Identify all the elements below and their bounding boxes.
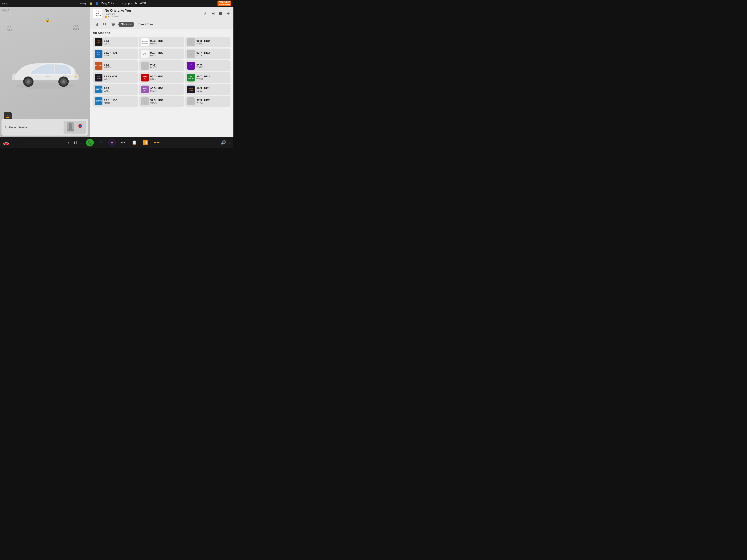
svg-point-22 [103, 23, 106, 25]
station-freq-wzbq: 94.1 [104, 63, 136, 66]
station-item-magic-hd3[interactable]: K·LOVE 96.5 · HD3 Magic [93, 96, 138, 107]
station-item-magic-hd1[interactable]: MAGIC 96.5 96.5 · HD1 Magic [139, 84, 184, 95]
station-call-wpya2: WPYA [197, 102, 229, 104]
station-item-magic-hd2[interactable]: 104.1 BEAT 96.5 · HD2 Magic [185, 84, 230, 95]
svg-point-15 [69, 123, 72, 126]
station-call-magic2: Magic [197, 90, 229, 92]
music-note-icon-2: ♪ [190, 52, 192, 56]
gear-left-indicator: RND [2, 8, 9, 12]
station-item-wbhj-hd3[interactable]: 610 WAGG 95.7 · HD3 WBHJ [185, 72, 230, 83]
shuffle-button[interactable]: ✕ [97, 139, 105, 146]
notes-button[interactable]: 📋 [130, 139, 138, 146]
person-icon: 👤 [96, 2, 98, 5]
volume-button[interactable]: 🔊 [220, 139, 227, 146]
next-track-button[interactable]: ⏭ [226, 11, 230, 16]
tab-direct-tune[interactable]: Direct Tune [136, 22, 156, 27]
radio-nav: Stations Direct Tune [90, 20, 233, 29]
stations-panel[interactable]: All Stations Elijah RADIO 88.1 WSJL [90, 29, 233, 137]
speed-value: 61 [72, 140, 78, 145]
station-item-wdjc-hd1[interactable]: 93wdjc RADIO 93.7 · HD1 WDJC [93, 49, 138, 59]
station-item-watv[interactable]: V 94.9 94.9 WATV [185, 60, 230, 71]
svg-point-6 [27, 80, 30, 83]
station-item-wbhm-hd1[interactable]: w⌂b|h|m PUBLIC RADIO 90.3 · HD1 WBHM [139, 37, 184, 47]
station-call-wdjc3: WDJC [197, 54, 229, 57]
stations-grid: Elijah RADIO 88.1 WSJL w⌂b|h|m [93, 37, 230, 107]
station-freq-wbhm1: 90.3 · HD1 [150, 39, 182, 43]
phone-button[interactable]: 📞 [86, 139, 94, 146]
station-freq-wdjc2: 93.7 · HD2 [150, 51, 182, 54]
station-logo[interactable]: 103.1 THE VULCAN [93, 8, 102, 18]
stop-button[interactable]: ⏹ [218, 11, 223, 16]
station-item-wpya-hd1[interactable]: ♪ 97.3 · HD1 WPYA [139, 96, 184, 107]
taskbar-center: ‹ 61 › 📞 ✕ ● ••• 📋 📶 ✦✦ [68, 139, 160, 146]
svg-text:truth: truth [143, 54, 147, 56]
seatbelt-warning-text: Fasten Seatbelt [9, 126, 28, 129]
more-button[interactable]: ••• [119, 139, 127, 146]
music-note-icon-4: ♪ [144, 99, 146, 104]
station-logo-wagg: 610 WAGG [187, 74, 195, 81]
svg-text:96.5: 96.5 [144, 89, 146, 91]
svg-text:the: the [144, 52, 146, 54]
car-illustration: ⚡ [4, 29, 86, 117]
station-logo-wdjc3: ♪ [187, 50, 195, 58]
main-layout: RND OpenFrunk OpenTrunk 🔒 [0, 7, 233, 137]
speed-display: 61 [72, 140, 78, 145]
station-item-wsjl[interactable]: Elijah RADIO 88.1 WSJL [93, 37, 138, 47]
camera-button[interactable]: ● [108, 139, 116, 146]
svg-text:WAGG: WAGG [188, 78, 194, 79]
station-item-wjox[interactable]: ♪ 94.5 WJOX [139, 60, 184, 71]
station-item-wzbq[interactable]: 94.1ZBQ 94.1 WZBQ [93, 60, 138, 71]
search-icon-button[interactable] [101, 21, 108, 28]
taskbar-expand-button[interactable]: › [229, 141, 230, 144]
svg-text:RADIO: RADIO [97, 54, 100, 55]
svg-rect-30 [141, 38, 149, 46]
speed-decrease-button[interactable]: ‹ [68, 141, 69, 144]
station-freq-wdjc3: 93.7 · HD3 [197, 51, 229, 54]
car-lock-icon[interactable]: 🔒 [45, 18, 50, 23]
station-item-wdjc-hd2[interactable]: the truth 93.7 · HD2 WDJC [139, 49, 184, 59]
station-freq-magic3: 96.5 · HD3 [104, 99, 136, 102]
station-logo-watv: V 94.9 [187, 62, 195, 70]
station-logo-jamz: 95.7 JAMZ [95, 74, 102, 81]
station-freq-wbhj3: 95.7 · HD3 [197, 75, 229, 78]
artist-name: Scorpions [105, 12, 201, 16]
prev-track-button[interactable]: ⏮ [211, 11, 215, 16]
station-item-wbhj-hd1[interactable]: 95.7 JAMZ 95.7 · HD1 WBHJ [93, 72, 138, 83]
station-freq-wbhj2: 95.7 · HD2 [150, 75, 182, 78]
station-item-wdjc-hd3[interactable]: ♪ 93.7 · HD3 WDJC [185, 49, 230, 59]
taskbar-right: 🔊 › [220, 139, 230, 146]
svg-text:K·LOVE: K·LOVE [96, 100, 102, 102]
car-panel: RND OpenFrunk OpenTrunk 🔒 [0, 7, 90, 137]
svg-text:MAGIC: MAGIC [143, 88, 147, 89]
station-freq-wsjl: 88.1 [104, 39, 136, 43]
chart-icon-button[interactable] [93, 21, 100, 28]
station-call-wzbq: WZBQ [104, 66, 136, 69]
car-taskbar-icon[interactable]: 🚗 [3, 140, 9, 145]
seatbelt-diagram: 👤 [63, 121, 86, 134]
station-freq-wdjc1: 93.7 · HD1 [104, 51, 136, 54]
svg-text:94.9: 94.9 [190, 66, 193, 68]
tab-stations[interactable]: Stations [119, 22, 134, 27]
station-item-wmjj[interactable]: K·LOVE 96.1 WMJJ [93, 84, 138, 95]
wifi-button[interactable]: 📶 [141, 139, 149, 146]
music-note-icon-5: ♪ [190, 99, 192, 104]
svg-rect-11 [67, 77, 71, 77]
station-item-wbhm-hd2[interactable]: ♪ 90.3 · HD2 WBHM [185, 37, 230, 47]
station-freq-watv: 94.9 [197, 63, 229, 66]
radio-panel: 103.1 THE VULCAN No One Like You Scorpio… [90, 7, 233, 137]
station-item-wbhj-hd2[interactable]: Way FM 95.7 · HD2 WBHJ [139, 72, 184, 83]
station-item-wpya-hd2[interactable]: ♪ 97.3 · HD2 WPYA [185, 96, 230, 107]
favorite-button[interactable]: ★ [203, 11, 207, 16]
radio-controls: ★ ⏮ ⏹ ⏭ [203, 11, 230, 16]
music-note-icon-3: ♪ [144, 63, 146, 68]
apps-button[interactable]: ✦✦ [153, 139, 160, 146]
station-logo-wjox: ♪ [141, 62, 149, 70]
airbag-warning: PASSENGER AIRBAG OFF [217, 1, 231, 6]
speed-increase-button[interactable]: › [81, 141, 83, 144]
song-title: No One Like You [105, 9, 201, 12]
time-display: 4:24 pm [122, 2, 132, 5]
filter-icon-button[interactable] [110, 21, 117, 28]
svg-text:94.1ZBQ: 94.1ZBQ [95, 64, 102, 66]
station-freq-wpya2: 97.3 · HD2 [197, 99, 229, 102]
svg-rect-10 [46, 77, 50, 77]
